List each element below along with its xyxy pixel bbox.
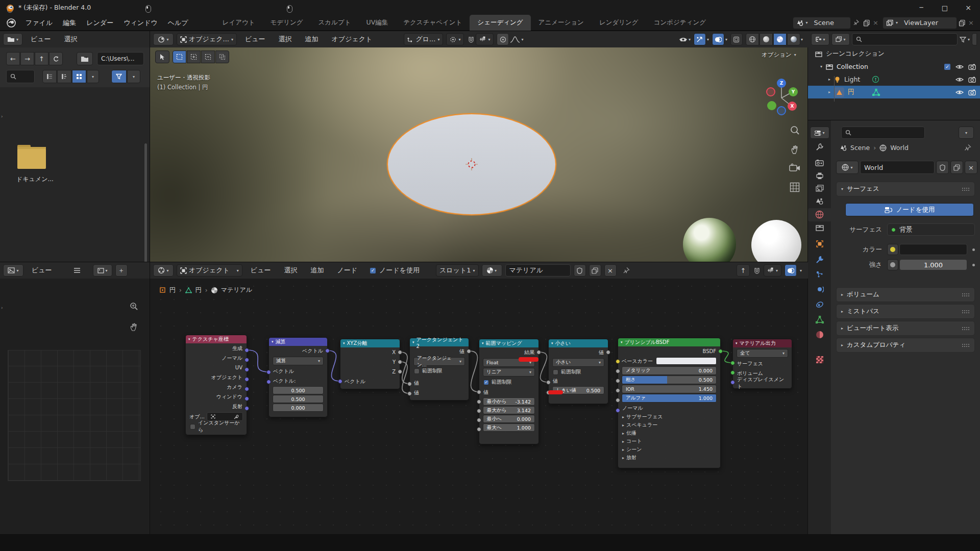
transform-orientation-dropdown[interactable]: グロ...▾ [404, 33, 443, 45]
gizmo-axis-y-neg[interactable] [767, 101, 776, 110]
fb-back-button[interactable]: ← [6, 52, 20, 65]
node-arctan2[interactable]: ▾アークタンジェント2 値 アークタンジェン...▾ 範囲制限 値 値 [409, 338, 469, 400]
fb-search-input[interactable] [6, 70, 35, 83]
fb-up-button[interactable]: ↑ [35, 52, 48, 65]
vp-menu-view[interactable]: ビュー [240, 35, 271, 44]
properties-options-dropdown[interactable]: ▾ [959, 127, 974, 139]
ned-menu-view[interactable]: ビュー [246, 266, 276, 275]
roughness-slider[interactable]: 粗さ0.500 [622, 375, 717, 384]
panel-viewport-display[interactable]: ▸ビューポート表示 [836, 321, 975, 336]
gizmo-axis-z-neg[interactable] [777, 106, 786, 115]
tab-physics[interactable] [808, 285, 831, 293]
section-transmission[interactable]: ▸伝播 [618, 429, 720, 437]
visibility-eye-icon[interactable] [679, 36, 688, 43]
section-emission[interactable]: ▸放射 [618, 454, 720, 462]
shading-material-button[interactable] [773, 33, 787, 45]
panel-custom-properties[interactable]: ▸カスタムプロパティ [836, 338, 975, 353]
ior-slider[interactable]: IOR1.450 [622, 385, 717, 393]
fb-display-list-horizontal[interactable] [57, 70, 71, 83]
folder-item-label[interactable]: ドキュメン... [16, 175, 62, 184]
animate-dot[interactable] [972, 264, 975, 266]
gizmos-dropdown-icon[interactable]: ▾ [707, 37, 709, 42]
color-swatch-field[interactable] [899, 244, 967, 255]
alpha-slider[interactable]: アルファ1.000 [622, 394, 717, 403]
image-region-toggle-icon[interactable]: › [1, 305, 3, 310]
menu-help[interactable]: ヘルプ [163, 18, 193, 28]
slot-dropdown[interactable]: スロット1▾ [436, 264, 479, 277]
ned-menu-select[interactable]: 選択 [279, 266, 302, 275]
pan-hand-icon[interactable] [130, 322, 139, 332]
node-snap-settings-dropdown[interactable]: ▾ [764, 264, 781, 277]
workspace-tab-layout[interactable]: レイアウト [215, 15, 263, 31]
tab-texture[interactable] [808, 356, 831, 363]
fb-menu-select[interactable]: 選択 [59, 35, 83, 44]
node-principled-bsdf[interactable]: ▾プリンシプルBSDF BSDF ベースカラー メタリック0.000 粗さ0.5… [618, 338, 721, 468]
material-name-field[interactable]: マテリアル [505, 264, 571, 277]
editor-type-3d-viewport[interactable]: ▾ [153, 33, 174, 45]
tab-collection[interactable] [808, 224, 831, 231]
node-map-range[interactable]: ▾範囲マッピング 結果 Float▾ リニア▾ ✓範囲制限 値 最小から-3.1… [479, 339, 539, 444]
workspace-tab-compositing[interactable]: コンポジティング [646, 15, 714, 31]
material-browse-dropdown[interactable]: ▾ [482, 264, 502, 277]
use-nodes-checkbox-row[interactable]: ✓ ノードを使用 [370, 266, 420, 275]
fb-display-thumbnails[interactable] [72, 70, 86, 83]
snap-settings-dropdown[interactable]: ▾ [476, 33, 494, 45]
viewport-ortho-grid-icon[interactable] [790, 182, 800, 192]
camera-visibility-icon[interactable] [968, 77, 976, 83]
fb-menu-view[interactable]: ビュー [26, 35, 56, 44]
ned-menu-add[interactable]: 追加 [305, 266, 329, 275]
outliner-search-input[interactable] [852, 33, 958, 45]
tab-material[interactable] [808, 331, 831, 338]
use-nodes-button[interactable]: ノードを使用 [845, 203, 974, 216]
viewport-camera-icon[interactable] [789, 163, 800, 172]
subtract-z-field[interactable]: 0.000 [273, 404, 324, 412]
fb-filter-options-dropdown[interactable]: ▾ [127, 70, 140, 83]
proportional-editing-toggle[interactable] [497, 33, 509, 45]
strength-slider[interactable]: 1.000 [899, 259, 967, 270]
node-snap-magnet-icon[interactable] [753, 267, 761, 274]
scene-selector[interactable]: ▾ Scene [793, 17, 851, 29]
shader-type-dropdown[interactable]: オブジェクト▾ [177, 264, 242, 277]
tab-modifiers[interactable] [808, 255, 831, 263]
fb-region-toggle-icon[interactable]: › [1, 114, 3, 119]
gizmo-axis-z[interactable]: Z [777, 79, 786, 88]
from-instancer-checkbox[interactable] [190, 424, 195, 430]
gizmo-axis-y[interactable]: Y [789, 87, 798, 96]
tab-world-active[interactable] [808, 210, 831, 219]
tab-view-layer[interactable] [808, 185, 831, 192]
subtract-x-field[interactable]: 0.500 [273, 386, 324, 394]
select-mode-subtract[interactable] [201, 51, 215, 63]
gizmos-toggle[interactable] [694, 33, 706, 45]
menu-file[interactable]: ファイル [20, 18, 58, 28]
go-to-parent-node-tree-button[interactable]: ↑ [737, 264, 750, 277]
map-range-clamp-checkbox[interactable]: ✓ [483, 380, 489, 385]
img-menu-view[interactable]: ビュー [27, 266, 57, 275]
material-pin-icon[interactable] [623, 267, 630, 274]
shading-wireframe-button[interactable] [746, 33, 759, 45]
vector-math-operation-dropdown[interactable]: 減算▾ [273, 357, 324, 365]
snap-magnet-icon[interactable] [467, 36, 475, 43]
fb-display-options-dropdown[interactable]: ▾ [87, 70, 99, 83]
copy-icon[interactable] [863, 19, 870, 27]
maximize-button[interactable]: □ [933, 0, 957, 15]
outliner-filter-dropdown[interactable]: ▾ [960, 36, 970, 43]
viewport-pan-hand-icon[interactable] [790, 144, 800, 155]
outliner-row-scene-collection[interactable]: シーンコレクション [808, 47, 980, 60]
mode-selector[interactable]: オブジェク...▾ [177, 33, 237, 45]
node-separate-xyz[interactable]: ▾XYZ分離 X Y Z ベクトル [340, 339, 400, 389]
viewlayer-selector[interactable]: ▾ ViewLayer [883, 17, 957, 29]
vp-menu-add[interactable]: 追加 [300, 35, 324, 44]
fb-refresh-button[interactable] [49, 52, 63, 65]
select-mode-set[interactable] [173, 51, 186, 63]
strength-socket-button[interactable] [887, 259, 898, 270]
surface-panel-header[interactable]: ▾サーフェス [836, 182, 975, 196]
tab-output[interactable] [808, 172, 831, 180]
blender-menu-icon[interactable] [6, 18, 16, 28]
from-max-field[interactable]: 最大から3.142 [483, 406, 535, 414]
pin-icon[interactable] [853, 19, 860, 26]
from-min-field[interactable]: 最小から-3.142 [483, 397, 535, 406]
editor-type-shader[interactable]: ▾ [153, 264, 174, 277]
xray-toggle[interactable] [730, 33, 743, 45]
color-socket-button[interactable] [887, 244, 898, 255]
workspace-tab-sculpt[interactable]: スカルプト [311, 15, 359, 31]
